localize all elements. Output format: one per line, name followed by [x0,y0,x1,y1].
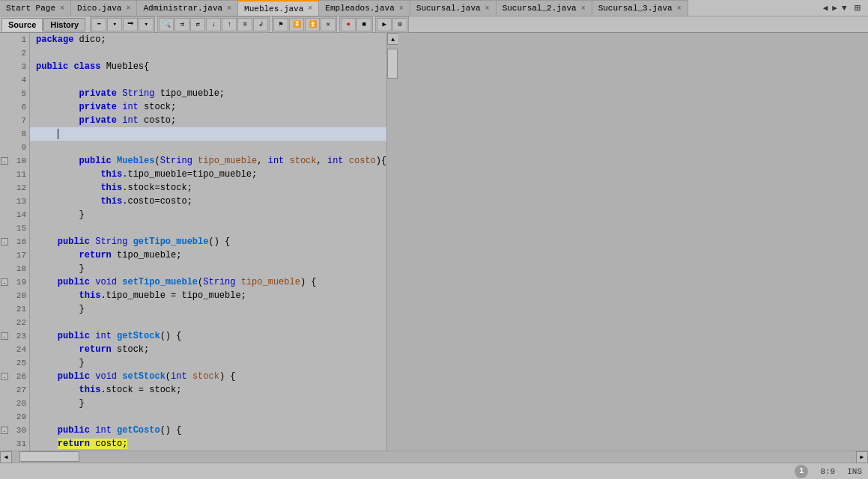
code-line-18[interactable]: } [30,262,386,275]
code-line-21[interactable]: } [30,302,386,316]
toolbar-btn-find[interactable]: ⇉ [174,18,189,31]
h-scroll-track[interactable] [12,451,856,463]
code-line-15[interactable] [30,222,386,235]
scroll-thumb[interactable] [387,49,398,79]
fold-icon-26[interactable]: - [1,373,8,380]
toolbar-btn-forward[interactable]: ⮕ [123,18,138,31]
editor-and-scrollbar: 1 2 3 4 5 6 7 8 9 - 10 11 12 13 14 15 - [0,33,868,451]
tab-sucursal-java[interactable]: Sucursal.java × [410,0,497,16]
code-text [36,115,79,126]
code-line-25[interactable]: } [30,356,386,370]
fold-icon-10[interactable]: - [1,157,8,165]
code-line-8[interactable] [30,127,386,141]
code-text: stock; [144,102,176,112]
maximize-icon[interactable]: ⊞ [850,1,865,14]
tab-dropdown-icon[interactable]: ▼ [840,4,849,13]
toolbar-btn-next-bm[interactable]: ⏬ [289,18,304,31]
code-line-14[interactable]: } [30,208,386,222]
code-line-12[interactable]: this.stock=stock; [30,181,386,195]
keyword: package [36,34,79,45]
method-name: getStock [117,331,160,341]
close-icon[interactable]: × [60,4,64,13]
history-button[interactable]: History [43,18,85,31]
toolbar-btn-dropdown[interactable]: ▾ [107,18,122,31]
tab-empleados-java[interactable]: Empleados.java × [319,0,410,16]
toolbar-btn-dropdown2[interactable]: ▾ [139,18,154,31]
toolbar-btn-clear-bm[interactable]: ✕ [321,18,336,31]
keyword: private [79,88,123,99]
tab-next-icon[interactable]: ▶ [831,3,839,13]
source-button[interactable]: Source [1,18,43,31]
type-keyword: int [171,371,192,382]
scroll-up-button[interactable]: ▲ [387,33,399,45]
fold-icon-16[interactable]: - [1,238,8,245]
close-icon[interactable]: × [581,4,586,13]
code-text: , [257,156,267,166]
tab-sucursal2-java[interactable]: Sucursal_2.java × [497,0,592,16]
toolbar-btn-back[interactable]: ⬅ [91,18,106,31]
scroll-left-button[interactable]: ◀ [0,451,12,463]
tab-muebles-java[interactable]: Muebles.java × [238,0,319,16]
tab-prev-icon[interactable]: ◀ [822,3,830,13]
tab-sucursal3-java[interactable]: Sucursal_3.java × [592,0,688,16]
close-icon[interactable]: × [227,4,231,13]
close-icon[interactable]: × [677,4,682,13]
code-line-11[interactable]: this.tipo_mueble=tipo_mueble; [30,168,386,181]
code-line-5[interactable]: private String tipo_mueble; [30,87,386,100]
scroll-track[interactable] [387,45,398,451]
code-line-19[interactable]: public void setTipo_mueble(String tipo_m… [30,275,386,289]
code-line-16[interactable]: public String getTipo_mueble() { [30,235,386,248]
code-line-9[interactable] [30,141,386,154]
toolbar-btn-replace[interactable]: ⇄ [190,18,205,31]
code-line-17[interactable]: return tipo_mueble; [30,248,386,262]
code-line-10[interactable]: public Muebles(String tipo_mueble, int s… [30,154,386,168]
toolbar-btn-prev-bm[interactable]: ⏫ [305,18,320,31]
code-line-29[interactable] [30,410,386,424]
code-line-24[interactable]: return stock; [30,343,386,356]
code-line-6[interactable]: private int stock; [30,100,386,114]
close-icon[interactable]: × [399,4,404,13]
toolbar-btn-run[interactable]: ▶ [377,18,392,31]
code-line-30[interactable]: public int getCosto() { [30,424,386,437]
toolbar-btn-prev[interactable]: ↑ [222,18,237,31]
code-line-13[interactable]: this.costo=costo; [30,195,386,208]
vertical-scrollbar[interactable]: ▲ ▼ [386,33,398,451]
close-icon[interactable]: × [485,4,490,13]
scroll-right-button[interactable]: ▶ [856,451,868,463]
code-editor[interactable]: package dico; public class Muebles{ priv… [30,33,386,451]
fold-icon-19[interactable]: - [1,278,8,286]
close-icon[interactable]: × [308,4,312,13]
code-line-2[interactable] [30,46,386,60]
toolbar-btn-settings[interactable]: ⚙ [392,18,407,31]
close-icon[interactable]: × [126,4,130,13]
fold-icon-23[interactable]: - [1,332,8,340]
code-line-4[interactable] [30,73,386,87]
horizontal-scrollbar[interactable]: ◀ ▶ [0,451,868,463]
toolbar-btn-bookmark[interactable]: ⚑ [273,18,288,31]
type-keyword: void [95,277,122,287]
toolbar-btn-search[interactable]: 🔍 [159,18,174,31]
code-line-7[interactable]: private int costo; [30,114,386,127]
code-line-26[interactable]: public void setStock(int stock) { [30,370,386,383]
toolbar-btn-record[interactable]: ● [341,18,356,31]
editor-container: 1 2 3 4 5 6 7 8 9 - 10 11 12 13 14 15 - [0,33,398,451]
code-line-31[interactable]: return costo; [30,437,386,451]
toolbar-btn-stop[interactable]: ■ [356,18,371,31]
tab-administrar-java[interactable]: Administrar.java × [137,0,238,16]
code-line-20[interactable]: this.tipo_mueble = tipo_mueble; [30,289,386,302]
h-scroll-thumb[interactable] [19,451,79,462]
code-line-22[interactable] [30,316,386,329]
code-line-3[interactable]: public class Muebles{ [30,60,386,73]
tab-dico-java[interactable]: Dico.java × [71,0,137,16]
toolbar-btn-wrap[interactable]: ↲ [253,18,268,31]
toolbar-btn-next[interactable]: ↓ [206,18,221,31]
code-line-23[interactable]: public int getStock() { [30,329,386,343]
code-line-28[interactable]: } [30,397,386,410]
code-line-1[interactable]: package dico; [30,33,386,46]
status-badge: 1 [795,465,808,478]
tab-start-page[interactable]: Start Page × [0,0,71,16]
toolbar-btn-match[interactable]: ≡ [237,18,252,31]
code-line-27[interactable]: this.stock = stock; [30,383,386,397]
fold-icon-30[interactable]: - [1,427,8,434]
line-num-14: 14 [0,208,29,222]
